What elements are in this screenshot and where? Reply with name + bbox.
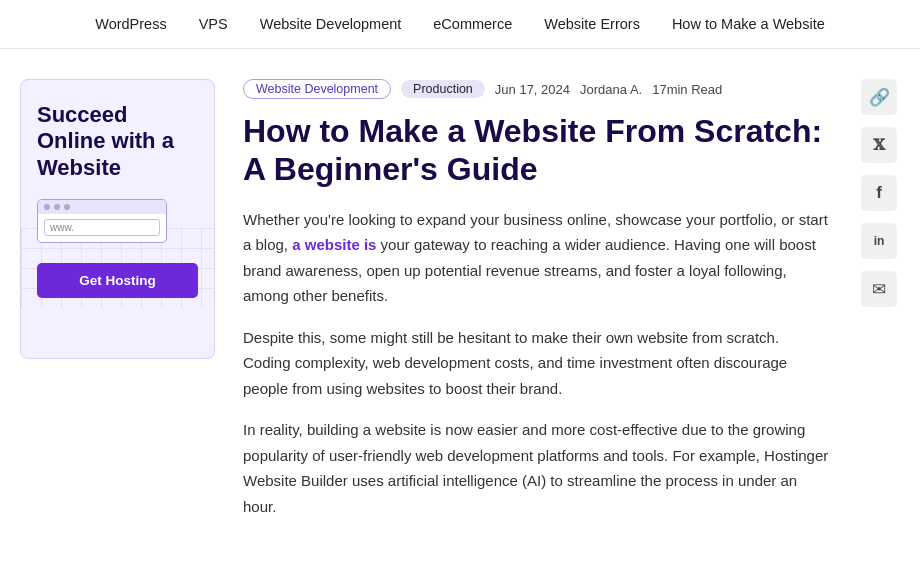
- ad-card: Succeed Online with a Website www. Get H…: [20, 79, 215, 359]
- page-body: Succeed Online with a Website www. Get H…: [0, 49, 920, 555]
- article-main: Website Development Production Jun 17, 2…: [243, 79, 830, 535]
- nav-item-wordpress[interactable]: WordPress: [95, 16, 166, 32]
- nav-item-website-development[interactable]: Website Development: [260, 16, 402, 32]
- article-meta-row: Website Development Production Jun 17, 2…: [243, 79, 830, 99]
- get-hosting-button[interactable]: Get Hosting: [37, 263, 198, 298]
- article-title: How to Make a Website From Scratch: A Be…: [243, 113, 830, 189]
- article-paragraph-2: Despite this, some might still be hesita…: [243, 325, 830, 402]
- article-date: Jun 17, 2024: [495, 82, 570, 97]
- sidebar-ad: Succeed Online with a Website www. Get H…: [20, 79, 215, 535]
- browser-url: www.: [44, 219, 160, 236]
- article-body: Whether you're looking to expand your bu…: [243, 207, 830, 520]
- social-sidebar: 🔗 𝕏 f in ✉: [858, 79, 900, 535]
- article-read-time: 17min Read: [652, 82, 722, 97]
- browser-mockup: www.: [37, 199, 167, 243]
- nav-item-vps[interactable]: VPS: [199, 16, 228, 32]
- browser-dot-1: [44, 204, 50, 210]
- tag-website-development[interactable]: Website Development: [243, 79, 391, 99]
- nav-item-how-to-make[interactable]: How to Make a Website: [672, 16, 825, 32]
- browser-dot-3: [64, 204, 70, 210]
- article-paragraph-1: Whether you're looking to expand your bu…: [243, 207, 830, 309]
- tag-production: Production: [401, 80, 485, 98]
- twitter-icon[interactable]: 𝕏: [861, 127, 897, 163]
- article-paragraph-3: In reality, building a website is now ea…: [243, 417, 830, 519]
- para1-link[interactable]: a website is: [292, 236, 376, 253]
- ad-card-title: Succeed Online with a Website: [37, 102, 198, 181]
- main-nav: WordPress VPS Website Development eComme…: [0, 0, 920, 49]
- facebook-icon[interactable]: f: [861, 175, 897, 211]
- browser-bar: [38, 200, 166, 214]
- email-icon[interactable]: ✉: [861, 271, 897, 307]
- link-icon[interactable]: 🔗: [861, 79, 897, 115]
- nav-item-ecommerce[interactable]: eCommerce: [433, 16, 512, 32]
- linkedin-icon[interactable]: in: [861, 223, 897, 259]
- browser-dot-2: [54, 204, 60, 210]
- nav-item-website-errors[interactable]: Website Errors: [544, 16, 640, 32]
- article-author: Jordana A.: [580, 82, 642, 97]
